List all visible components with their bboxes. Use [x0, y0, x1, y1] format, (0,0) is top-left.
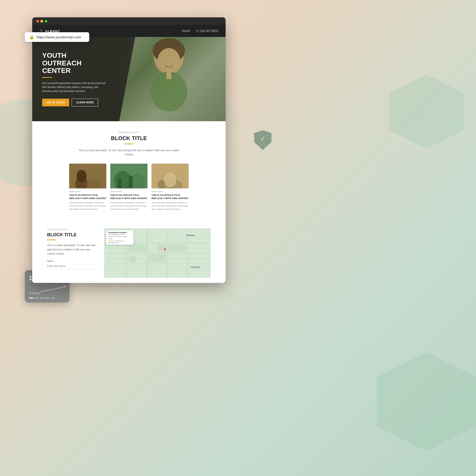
svg-rect-30	[169, 244, 186, 252]
hero-underline	[42, 77, 52, 78]
svg-rect-28	[129, 244, 146, 252]
expand-dot[interactable]	[45, 20, 47, 23]
block-section-1: SUPERSCRIPT BLOCK TITLE This is a block …	[32, 121, 226, 221]
article-card-2: Author name THIS IS AN ARTICLE TITLE. RE…	[110, 164, 148, 211]
svg-rect-29	[149, 254, 166, 262]
block-title-1: BLOCK TITLE	[47, 135, 211, 142]
url-text: https://www.yourdomain.com	[37, 35, 81, 39]
svg-point-0	[64, 285, 65, 287]
author-2: Author name	[110, 190, 148, 193]
svg-rect-31	[129, 256, 136, 262]
stats-dot-5	[51, 298, 55, 298]
hero-buttons: GET IN TOUCH LEARN MORE	[42, 99, 107, 106]
map-label-pacific: Pacific Ave	[191, 266, 200, 268]
map-pin: 📍	[163, 248, 167, 252]
stars-icon: ★★★★	[108, 240, 114, 242]
cards-row: Author name THIS IS AN ARTICLE TITLE. RE…	[47, 164, 211, 211]
superscript-2: SUPERSCRIPT	[47, 228, 97, 231]
minimize-dot[interactable]	[40, 20, 43, 23]
card-image-2	[110, 164, 148, 188]
block-desc-2: This is a block description. To edit, cl…	[47, 243, 97, 256]
svg-rect-14	[118, 178, 121, 188]
article-desc-2: This is an article description. Describe…	[110, 201, 148, 211]
card-image-3	[151, 164, 189, 188]
title-underline-1	[124, 144, 133, 144]
title-underline-2	[47, 239, 56, 240]
browser-dots	[36, 20, 47, 23]
nav-home-link[interactable]: Home	[182, 29, 190, 33]
card-image-1	[69, 164, 106, 188]
map-background: Broadway Pacific Ave 📍 Transamerica Pyra…	[104, 228, 211, 278]
learn-more-button[interactable]: LEARN MORE	[72, 99, 98, 106]
hero-background-image	[119, 37, 226, 121]
svg-rect-15	[129, 176, 133, 188]
stats-dot-4	[45, 298, 50, 298]
form-name-label: Name	[47, 260, 97, 262]
stats-dot-3	[40, 298, 44, 298]
map-popup: Transamerica Pyramid 600 Montgomery St, …	[106, 230, 133, 245]
hero-content: YOUTH OUTREACH CENTER Our non-profit org…	[32, 52, 117, 106]
map-popup-stars: ★★★★ 1,136 reviews	[108, 240, 131, 242]
nav-phone: +1 234 567 8910	[196, 29, 218, 33]
svg-rect-6	[166, 72, 171, 79]
hero-section: YOUTH OUTREACH CENTER Our non-profit org…	[32, 37, 226, 121]
map-container: Broadway Pacific Ave 📍 Transamerica Pyra…	[104, 228, 211, 278]
article-card-3: Author name THIS IS AN ARTICLE TITLE. RE…	[151, 164, 189, 211]
superscript-1: SUPERSCRIPT	[47, 131, 211, 134]
hero-description: Our non-profit organization partners wit…	[42, 81, 107, 93]
bottom-section: SUPERSCRIPT BLOCK TITLE This is a block …	[32, 221, 226, 283]
hero-title: YOUTH OUTREACH CENTER	[42, 52, 107, 75]
article-desc-1: This is an article description. Describe…	[69, 201, 106, 211]
stats-dot-2	[34, 298, 39, 298]
stats-dots	[29, 298, 65, 298]
map-popup-link[interactable]: View larger map	[108, 242, 131, 243]
svg-point-9	[77, 170, 87, 182]
stats-chart-svg	[29, 284, 65, 296]
get-in-touch-button[interactable]: GET IN TOUCH	[42, 99, 69, 106]
form-name-input[interactable]	[47, 263, 97, 269]
article-desc-3: This is an article description. Describe…	[151, 201, 189, 211]
bg-shape-right	[389, 74, 464, 149]
article-card-1: Author name THIS IS AN ARTICLE TITLE. RE…	[69, 164, 106, 211]
svg-point-4	[158, 48, 180, 73]
map-label-broadway: Broadway	[186, 234, 195, 236]
contact-form-section: SUPERSCRIPT BLOCK TITLE This is a block …	[47, 228, 97, 278]
browser-topbar	[32, 17, 226, 25]
article-title-3: THIS IS AN ARTICLE TITLE. REPLACE IT WIT…	[151, 194, 189, 200]
browser-window: ♡ ALBANY Home +1 234 567 8910	[32, 17, 226, 283]
map-popup-address: 600 Montgomery St, San Francisco, CA 941…	[108, 233, 131, 240]
review-count: 1,136 reviews	[115, 240, 124, 242]
website-content: ♡ ALBANY Home +1 234 567 8910	[32, 25, 226, 283]
nav-links: Home +1 234 567 8910	[182, 29, 218, 33]
block-title-2: BLOCK TITLE	[47, 232, 97, 238]
url-bar: 🔒 https://www.yourdomain.com	[25, 32, 89, 42]
author-3: Author name	[151, 190, 189, 193]
map-popup-title: Transamerica Pyramid	[108, 232, 131, 233]
bg-shape-bottom-right	[377, 352, 476, 451]
close-dot[interactable]	[36, 20, 39, 23]
shield-check-icon: ✓	[260, 135, 265, 142]
article-title-2: THIS IS AN ARTICLE TITLE. REPLACE IT WIT…	[110, 194, 148, 200]
stats-dot-1	[29, 298, 33, 298]
shield-widget: ✓	[253, 129, 273, 151]
block-desc-1: This is a block description. To edit, cl…	[77, 148, 181, 157]
lock-icon: 🔒	[29, 35, 34, 39]
article-title-1: THIS IS AN ARTICLE TITLE. REPLACE IT WIT…	[69, 194, 106, 200]
svg-point-18	[164, 172, 176, 187]
shield-shape: ✓	[254, 130, 271, 150]
author-1: Author name	[69, 190, 106, 193]
